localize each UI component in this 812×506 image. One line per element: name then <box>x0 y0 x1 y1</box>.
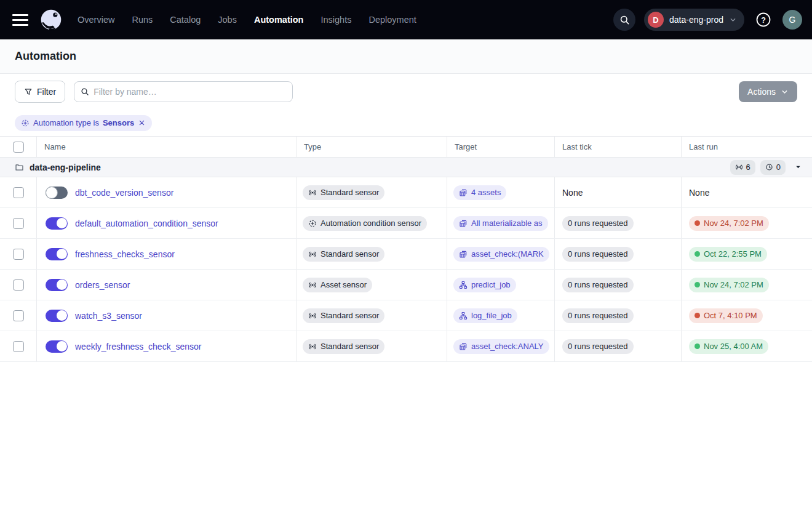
code-location-group-row[interactable]: data-eng-pipeline 6 0 <box>0 158 812 177</box>
primary-nav: Overview Runs Catalog Jobs Automation In… <box>78 15 416 25</box>
select-all-checkbox[interactable] <box>13 142 24 153</box>
row-checkbox[interactable] <box>13 310 24 321</box>
sensor-icon <box>308 250 317 259</box>
table-row: freshness_checks_sensor Standard sensor … <box>0 239 812 270</box>
filter-button[interactable]: Filter <box>15 81 65 103</box>
sensor-name-link[interactable]: default_automation_condition_sensor <box>75 219 218 228</box>
last-run-tag[interactable]: Nov 24, 7:02 PM <box>689 216 769 231</box>
avatar-initial: G <box>789 15 796 25</box>
asset-icon <box>459 342 468 351</box>
run-status-dot <box>695 282 700 287</box>
table-row: orders_sensor Asset sensor predict_job 0… <box>0 270 812 300</box>
filter-chip-prefix: Automation type is <box>33 118 99 127</box>
target-link[interactable]: asset_check:(MARK <box>453 247 549 262</box>
chevron-down-icon <box>781 88 789 96</box>
nav-item-deployment[interactable]: Deployment <box>368 15 416 25</box>
nav-item-overview[interactable]: Overview <box>78 15 114 25</box>
caret-down-icon <box>794 163 802 171</box>
row-checkbox[interactable] <box>13 187 24 198</box>
sensor-toggle[interactable] <box>46 310 68 322</box>
schedule-count-badge: 0 <box>760 160 786 175</box>
sensors-table: Name Type Target Last tick Last run data… <box>0 137 812 362</box>
last-tick-tag[interactable]: 0 runs requested <box>562 278 634 292</box>
page-title: Automation <box>15 50 76 63</box>
sensor-icon <box>308 281 317 289</box>
search-icon <box>81 87 89 96</box>
last-tick-tag[interactable]: 0 runs requested <box>562 247 634 262</box>
toolbar: Filter Actions <box>0 74 812 110</box>
help-button[interactable]: ? <box>753 9 774 30</box>
job-icon <box>459 311 468 320</box>
filter-chip-automation-type[interactable]: Automation type is Sensors <box>15 115 152 131</box>
column-header-target: Target <box>447 137 555 157</box>
last-run-tag[interactable]: Oct 7, 4:10 PM <box>689 308 763 323</box>
sensor-type-tag: Standard sensor <box>303 339 384 354</box>
row-checkbox[interactable] <box>13 279 24 291</box>
sensor-toggle[interactable] <box>46 217 68 230</box>
search-icon <box>619 15 630 25</box>
sensor-name-link[interactable]: orders_sensor <box>75 280 130 290</box>
sensor-name-link[interactable]: watch_s3_sensor <box>75 311 142 321</box>
row-checkbox[interactable] <box>13 341 24 352</box>
collapse-group-button[interactable] <box>794 163 802 171</box>
automation-condition-icon <box>21 119 30 127</box>
last-run-tag[interactable]: Oct 22, 2:55 PM <box>689 247 767 262</box>
table-row: watch_s3_sensor Standard sensor log_file… <box>0 300 812 331</box>
table-row: default_automation_condition_sensor Auto… <box>0 208 812 239</box>
last-tick-tag[interactable]: 0 runs requested <box>562 216 634 231</box>
table-header-row: Name Type Target Last tick Last run <box>0 137 812 158</box>
name-filter-input[interactable] <box>94 87 286 97</box>
global-search-button[interactable] <box>613 9 635 31</box>
sensor-icon <box>735 163 743 171</box>
nav-item-catalog[interactable]: Catalog <box>170 15 201 25</box>
sensor-type-tag: Standard sensor <box>303 247 384 262</box>
nav-item-jobs[interactable]: Jobs <box>218 15 237 25</box>
filter-chip-value: Sensors <box>103 118 134 127</box>
last-run-tag[interactable]: Nov 25, 4:00 AM <box>689 339 768 354</box>
sensor-type-tag: Standard sensor <box>303 185 384 200</box>
workspace-badge: D <box>648 12 664 28</box>
table-row: dbt_code_version_sensor Standard sensor … <box>0 177 812 208</box>
last-tick-tag[interactable]: 0 runs requested <box>562 308 634 323</box>
question-icon: ? <box>755 12 771 28</box>
target-link[interactable]: predict_job <box>453 278 516 292</box>
sensor-toggle[interactable] <box>46 248 68 260</box>
column-header-type: Type <box>297 137 447 157</box>
last-run-tag[interactable]: Nov 24, 7:02 PM <box>689 278 769 292</box>
sensor-name-link[interactable]: dbt_code_version_sensor <box>75 188 173 198</box>
target-link[interactable]: All materializable as <box>453 216 548 231</box>
asset-icon <box>459 219 468 228</box>
target-link[interactable]: 4 assets <box>453 185 506 200</box>
top-navbar: Overview Runs Catalog Jobs Automation In… <box>0 0 812 39</box>
close-icon <box>138 119 146 127</box>
run-status-dot <box>695 313 700 318</box>
svg-text:?: ? <box>761 16 766 25</box>
run-status-dot <box>695 220 700 226</box>
funnel-icon <box>24 87 33 96</box>
asset-icon <box>459 250 468 259</box>
active-filters-row: Automation type is Sensors <box>0 110 812 137</box>
nav-item-insights[interactable]: Insights <box>320 15 351 25</box>
page-header: Automation <box>0 39 812 74</box>
dagster-logo-icon[interactable] <box>38 7 64 33</box>
hamburger-menu-icon[interactable] <box>12 11 30 28</box>
workspace-switcher[interactable]: D data-eng-prod <box>644 9 744 31</box>
sensor-type-tag: Standard sensor <box>303 308 384 323</box>
run-status-dot <box>695 251 700 257</box>
nav-item-runs[interactable]: Runs <box>132 15 153 25</box>
nav-item-automation[interactable]: Automation <box>254 15 304 25</box>
sensor-name-link[interactable]: weekly_freshness_check_sensor <box>75 342 201 351</box>
target-link[interactable]: log_file_job <box>453 308 517 323</box>
user-avatar[interactable]: G <box>782 10 802 30</box>
sensor-toggle[interactable] <box>46 279 68 291</box>
actions-button[interactable]: Actions <box>739 81 797 102</box>
sensor-name-link[interactable]: freshness_checks_sensor <box>75 249 175 259</box>
target-link[interactable]: asset_check:ANALY <box>453 339 549 354</box>
sensor-toggle[interactable] <box>46 187 68 199</box>
sensor-type-tag: Asset sensor <box>303 278 372 292</box>
row-checkbox[interactable] <box>13 218 24 229</box>
remove-filter-button[interactable] <box>138 119 146 127</box>
row-checkbox[interactable] <box>13 249 24 260</box>
sensor-toggle[interactable] <box>46 340 68 353</box>
last-tick-tag[interactable]: 0 runs requested <box>562 339 634 354</box>
